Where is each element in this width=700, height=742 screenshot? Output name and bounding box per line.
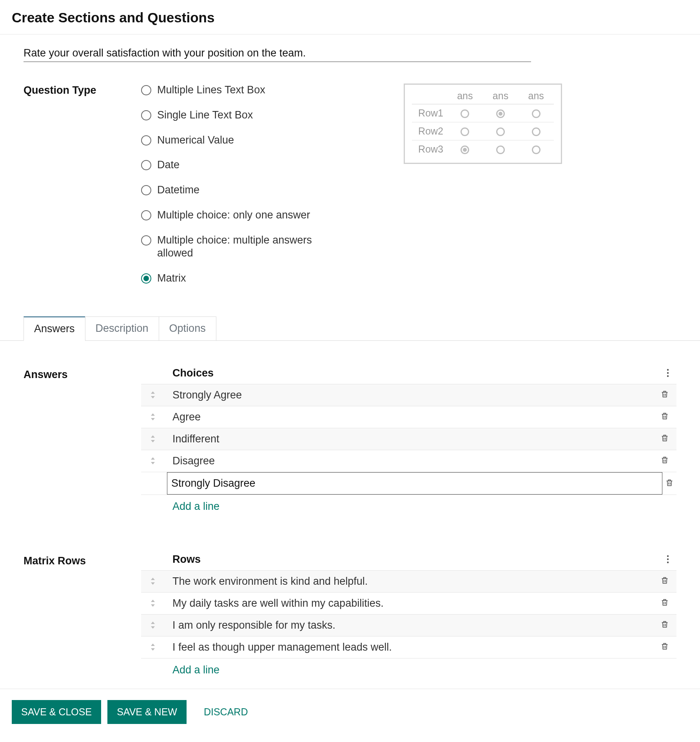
matrix-rows-section-label: Matrix Rows [24, 549, 141, 682]
preview-radio-icon [532, 127, 540, 136]
preview-col-header: ans [518, 90, 554, 104]
svg-point-5 [667, 562, 669, 563]
question-type-option[interactable]: Numerical Value [141, 134, 392, 147]
page-title: Create Sections and Questions [0, 0, 700, 34]
delete-row-icon[interactable] [658, 619, 672, 631]
radio-icon[interactable] [141, 85, 151, 95]
matrix-preview: ansansansRow1Row2Row3 [404, 84, 562, 164]
question-type-radiogroup: Multiple Lines Text BoxSingle Line Text … [141, 84, 392, 297]
delete-row-icon[interactable] [658, 597, 672, 609]
list-item-label: The work environment is kind and helpful… [159, 575, 658, 587]
save-close-button[interactable]: SAVE & CLOSE [12, 700, 101, 724]
svg-point-0 [667, 369, 669, 371]
preview-radio-icon [496, 145, 505, 154]
list-item-label: I feel as though upper management leads … [159, 641, 658, 653]
delete-row-icon[interactable] [658, 389, 672, 401]
sort-handle-icon[interactable] [147, 599, 159, 607]
question-type-option[interactable]: Multiple choice: only one answer [141, 209, 392, 222]
discard-button[interactable]: DISCARD [197, 700, 255, 724]
tab-answers[interactable]: Answers [24, 316, 85, 341]
preview-radio-icon [461, 127, 469, 136]
svg-point-1 [667, 372, 669, 374]
list-item[interactable]: The work environment is kind and helpful… [141, 570, 676, 592]
list-item[interactable]: Agree [141, 406, 676, 428]
delete-row-icon[interactable] [662, 472, 676, 495]
list-item[interactable]: My daily tasks are well within my capabi… [141, 592, 676, 614]
question-text-input[interactable] [24, 46, 531, 62]
question-type-option[interactable]: Datetime [141, 184, 392, 197]
sort-handle-icon[interactable] [147, 391, 159, 399]
preview-radio-icon [532, 145, 540, 154]
radio-icon[interactable] [141, 273, 151, 284]
radio-icon[interactable] [141, 210, 151, 220]
list-item-label: Agree [159, 411, 658, 423]
tab-options[interactable]: Options [159, 316, 216, 341]
preview-radio-icon [496, 127, 505, 136]
choices-header: Choices [172, 367, 214, 379]
preview-radio-icon [461, 145, 469, 154]
sort-handle-icon[interactable] [147, 621, 159, 629]
radio-label: Multiple choice: only one answer [157, 209, 310, 222]
radio-label: Numerical Value [157, 134, 234, 147]
question-type-option[interactable]: Date [141, 158, 392, 172]
preview-radio-icon [532, 109, 540, 118]
radio-icon[interactable] [141, 110, 151, 120]
radio-icon[interactable] [141, 160, 151, 170]
preview-radio-icon [461, 109, 469, 118]
list-item-label: My daily tasks are well within my capabi… [159, 597, 658, 609]
question-type-option[interactable]: Single Line Text Box [141, 109, 392, 122]
tab-bar: AnswersDescriptionOptions [0, 316, 700, 341]
list-item[interactable]: Disagree [141, 450, 676, 472]
save-new-button[interactable]: SAVE & NEW [107, 700, 187, 724]
svg-point-4 [667, 558, 669, 560]
preview-row-label: Row2 [412, 122, 447, 140]
sort-handle-icon[interactable] [147, 413, 159, 421]
delete-row-icon[interactable] [658, 455, 672, 467]
list-item-label: Disagree [159, 455, 658, 467]
question-type-option[interactable]: Multiple choice: multiple answers allowe… [141, 234, 392, 260]
preview-radio-icon [496, 109, 505, 118]
preview-row-label: Row1 [412, 104, 447, 122]
svg-point-3 [667, 555, 669, 557]
radio-icon[interactable] [141, 185, 151, 195]
add-choice-link[interactable]: Add a line [172, 500, 219, 512]
list-item-label: I am only responsible for my tasks. [159, 619, 658, 631]
preview-row-label: Row3 [412, 140, 447, 158]
tab-description[interactable]: Description [85, 316, 159, 341]
list-item[interactable]: I am only responsible for my tasks. [141, 614, 676, 636]
delete-row-icon[interactable] [658, 433, 672, 445]
delete-row-icon[interactable] [658, 641, 672, 653]
question-type-option[interactable]: Matrix [141, 272, 392, 285]
radio-icon[interactable] [141, 135, 151, 145]
delete-row-icon[interactable] [658, 411, 672, 423]
sort-handle-icon[interactable] [147, 435, 159, 443]
choice-edit-input[interactable] [167, 472, 662, 495]
question-type-label: Question Type [24, 84, 141, 297]
delete-row-icon[interactable] [658, 575, 672, 587]
choices-menu-icon[interactable] [663, 368, 673, 380]
radio-icon[interactable] [141, 235, 151, 246]
radio-label: Multiple choice: multiple answers allowe… [157, 234, 322, 260]
svg-point-2 [667, 375, 669, 377]
preview-col-header: ans [447, 90, 483, 104]
list-item[interactable]: Strongly Agree [141, 384, 676, 406]
preview-col-header: ans [483, 90, 519, 104]
radio-label: Multiple Lines Text Box [157, 84, 265, 97]
sort-handle-icon[interactable] [147, 643, 159, 651]
list-item[interactable]: Indifferent [141, 428, 676, 450]
sort-handle-icon[interactable] [147, 456, 159, 465]
rows-menu-icon[interactable] [663, 554, 673, 566]
choice-editing-row [141, 472, 676, 495]
list-item-label: Strongly Agree [159, 389, 658, 401]
radio-label: Datetime [157, 184, 199, 197]
radio-label: Single Line Text Box [157, 109, 253, 122]
list-item-label: Indifferent [159, 433, 658, 445]
radio-label: Date [157, 158, 180, 172]
add-row-link[interactable]: Add a line [172, 664, 219, 676]
radio-label: Matrix [157, 272, 186, 285]
question-type-option[interactable]: Multiple Lines Text Box [141, 84, 392, 97]
list-item[interactable]: I feel as though upper management leads … [141, 636, 676, 658]
sort-handle-icon[interactable] [147, 577, 159, 586]
answers-section-label: Answers [24, 362, 141, 518]
rows-header: Rows [172, 553, 201, 566]
